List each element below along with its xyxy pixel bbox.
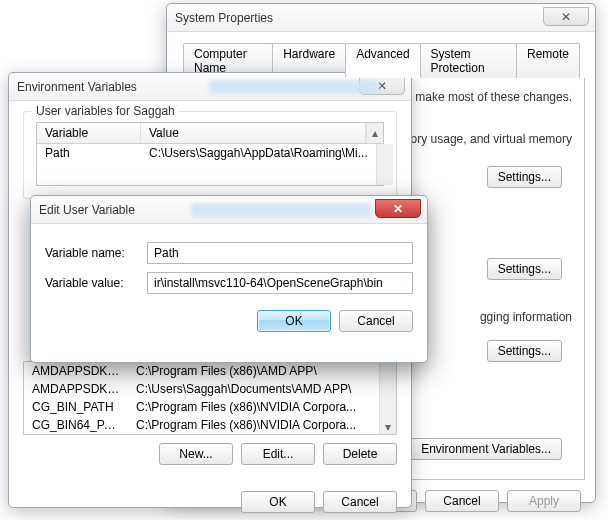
sysvars-edit[interactable]: Edit...	[241, 443, 315, 465]
sysprops-apply[interactable]: Apply	[507, 490, 581, 512]
cell-variable: Path	[37, 145, 141, 161]
cell-value: C:\Users\Saggah\Documents\AMD APP\	[128, 381, 379, 397]
envvars-cancel[interactable]: Cancel	[323, 491, 397, 513]
close-icon: ✕	[393, 202, 403, 216]
scroll-track[interactable]	[376, 144, 393, 185]
editvar-titlebar: Edit User Variable ✕	[31, 196, 427, 224]
edit-variable-dialog: Edit User Variable ✕ Variable name: Vari…	[30, 195, 428, 363]
editvar-title: Edit User Variable	[39, 203, 135, 217]
cell-variable: AMDAPPSDKROOT	[24, 363, 128, 379]
editvar-cancel[interactable]: Cancel	[339, 310, 413, 332]
sysprops-titlebar: System Properties ✕	[167, 4, 595, 32]
name-row: Variable name:	[45, 242, 413, 264]
table-row[interactable]: AMDAPPSDKROOTC:\Program Files (x86)\AMD …	[24, 362, 379, 380]
label-variable-value: Variable value:	[45, 276, 147, 290]
value-row: Variable value:	[45, 272, 413, 294]
user-vars-label: User variables for Saggah	[32, 104, 179, 118]
user-vars-head: Variable Value ▴	[37, 123, 383, 144]
sysprops-title: System Properties	[175, 11, 273, 25]
editvar-close-button[interactable]: ✕	[375, 199, 421, 218]
sysprops-settings-3[interactable]: Settings...	[487, 340, 562, 362]
table-row[interactable]: CG_BIN_PATHC:\Program Files (x86)\NVIDIA…	[24, 398, 379, 416]
variable-value-input[interactable]	[147, 272, 413, 294]
col-value[interactable]: Value	[141, 123, 366, 143]
variable-name-input[interactable]	[147, 242, 413, 264]
cell-value: C:\Users\Saggah\AppData\Roaming\Mi...	[141, 145, 376, 161]
table-row[interactable]: AMDAPPSDKSA...C:\Users\Saggah\Documents\…	[24, 380, 379, 398]
sysvars-delete[interactable]: Delete	[323, 443, 397, 465]
sysprops-settings-1[interactable]: Settings...	[487, 166, 562, 188]
tab-advanced[interactable]: Advanced	[345, 43, 420, 78]
sys-vars-list[interactable]: AMDAPPSDKROOTC:\Program Files (x86)\AMD …	[23, 361, 397, 435]
sysprops-close-button[interactable]: ✕	[543, 7, 589, 26]
cell-value: C:\Program Files (x86)\AMD APP\	[128, 363, 379, 379]
editvar-ok[interactable]: OK	[257, 310, 331, 332]
scroll-down-icon[interactable]: ▾	[379, 362, 396, 434]
obscured-region	[191, 203, 371, 217]
close-icon: ✕	[561, 10, 571, 24]
cell-variable: CG_BIN64_PATH	[24, 417, 128, 433]
user-vars-list[interactable]: Variable Value ▴ PathC:\Users\Saggah\App…	[36, 122, 384, 186]
cell-value: C:\Program Files (x86)\NVIDIA Corpora...	[128, 399, 379, 415]
sys-rows-body: AMDAPPSDKROOTC:\Program Files (x86)\AMD …	[24, 362, 396, 434]
label-variable-name: Variable name:	[45, 246, 147, 260]
cell-variable: AMDAPPSDKSA...	[24, 381, 128, 397]
envvars-ok[interactable]: OK	[241, 491, 315, 513]
table-row[interactable]: CG_BIN64_PATHC:\Program Files (x86)\NVID…	[24, 416, 379, 434]
user-vars-group: User variables for Saggah Variable Value…	[23, 111, 397, 199]
col-variable[interactable]: Variable	[37, 123, 141, 143]
cell-variable: CG_BIN_PATH	[24, 399, 128, 415]
user-rows-body: PathC:\Users\Saggah\AppData\Roaming\Mi..…	[37, 144, 383, 185]
scroll-up-icon[interactable]: ▴	[366, 123, 383, 143]
tab-system-protection[interactable]: System Protection	[420, 43, 517, 78]
sysvars-new[interactable]: New...	[159, 443, 233, 465]
cell-value: C:\Program Files (x86)\NVIDIA Corpora...	[128, 417, 379, 433]
obscured-region	[209, 80, 379, 94]
envvars-title: Environment Variables	[17, 80, 137, 94]
sysprops-cancel[interactable]: Cancel	[425, 490, 499, 512]
table-row[interactable]: PathC:\Users\Saggah\AppData\Roaming\Mi..…	[37, 144, 376, 162]
sysprops-settings-2[interactable]: Settings...	[487, 258, 562, 280]
tab-remote[interactable]: Remote	[516, 43, 580, 78]
sysprops-envvars-button[interactable]: Environment Variables...	[410, 438, 562, 460]
